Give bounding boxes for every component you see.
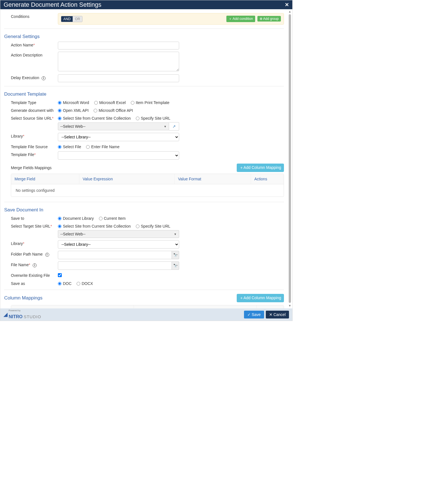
- radio-doc[interactable]: DOC: [58, 281, 72, 286]
- conditions-box: AND OR ＋ Add condition ⊕ Add group: [58, 13, 284, 25]
- dialog-title: Generate Document Action Settings: [4, 1, 101, 8]
- conditions-label: Conditions: [11, 13, 58, 19]
- save-button[interactable]: ✓ Save: [244, 311, 264, 318]
- file-name-input[interactable]: [58, 261, 172, 270]
- info-icon[interactable]: i: [42, 76, 46, 80]
- action-name-input[interactable]: [58, 42, 179, 49]
- th-value-expression: Value Expression: [134, 305, 257, 308]
- action-description-label: Action Description: [11, 52, 58, 57]
- template-file-source-label: Template File Source: [11, 143, 58, 149]
- column-mappings-title: Column Mappings: [4, 295, 42, 301]
- source-site-label: Select Source Site URL*: [11, 115, 58, 121]
- radio-current-collection[interactable]: Select Site from Current Site Collection: [58, 116, 131, 121]
- column-mappings-table: Column Name Value Expression Actions No …: [11, 305, 284, 308]
- target-library-select[interactable]: --Select Library--: [58, 240, 179, 249]
- caret-down-icon: ▼: [164, 125, 167, 128]
- target-select-web-dropdown[interactable]: --Select Web--▼: [58, 230, 179, 238]
- library-select[interactable]: --Select Library--: [58, 133, 179, 141]
- plus-icon: ＋: [240, 296, 243, 300]
- open-site-icon[interactable]: ↗: [169, 122, 179, 131]
- radio-openxml[interactable]: Open XML API: [58, 108, 89, 113]
- delay-execution-input[interactable]: [58, 74, 179, 82]
- radio-enter-file-name[interactable]: Enter File Name: [86, 145, 119, 149]
- delay-execution-label: Delay Execution i: [11, 74, 58, 80]
- radio-item-print[interactable]: Item Print Template: [131, 100, 169, 105]
- info-icon[interactable]: i: [45, 253, 49, 257]
- cancel-button[interactable]: ✕ Cancel: [266, 311, 289, 318]
- radio-select-file[interactable]: Select File: [58, 145, 81, 149]
- overwrite-checkbox[interactable]: [58, 273, 62, 277]
- merge-fields-table: Merge Field Value Expression Value Forma…: [11, 174, 284, 197]
- select-web-dropdown[interactable]: --Select Web--▼: [58, 122, 169, 130]
- add-condition-button[interactable]: ＋ Add condition: [226, 16, 255, 22]
- radio-current-item[interactable]: Current Item: [99, 216, 126, 221]
- document-template-title: Document Template: [4, 91, 284, 97]
- radio-specify-url[interactable]: Specify Site URL: [136, 116, 170, 121]
- save-document-title: Save Document In: [4, 207, 284, 213]
- action-description-input[interactable]: [58, 52, 179, 71]
- close-icon[interactable]: ✕: [285, 2, 289, 8]
- dialog-footer: ◢ Powered by NITRO STUDIO ✓ Save ✕ Cance…: [0, 308, 292, 321]
- th-value-format: Value Format: [175, 174, 251, 184]
- binoculars-icon[interactable]: 🔭: [172, 251, 179, 259]
- logo-icon: ◢: [4, 311, 8, 318]
- radio-excel[interactable]: Microsoft Excel: [94, 100, 126, 105]
- generate-with-label: Generate document with: [11, 107, 58, 113]
- and-toggle[interactable]: AND: [61, 16, 73, 22]
- or-toggle[interactable]: OR: [73, 16, 82, 22]
- library-label: Library*: [11, 133, 58, 138]
- radio-target-current-collection[interactable]: Select Site from Current Site Collection: [58, 224, 131, 228]
- x-icon: ✕: [269, 312, 272, 317]
- radio-doc-library[interactable]: Document Library: [58, 216, 94, 221]
- action-name-label: Action Name*: [11, 42, 58, 47]
- nitro-logo: ◢ Powered by NITRO STUDIO: [4, 310, 41, 319]
- add-column-mapping-button[interactable]: ＋Add Column Mapping: [237, 164, 284, 172]
- target-site-label: Select Target Site URL*: [11, 223, 58, 228]
- folder-path-input[interactable]: [58, 251, 172, 259]
- template-file-label: Template File*: [11, 151, 58, 157]
- template-type-label: Template Type: [11, 99, 58, 105]
- th-actions: Actions: [251, 174, 284, 184]
- folder-path-label: Folder Path Name i: [11, 251, 58, 257]
- th-value-expression: Value Expression: [79, 174, 175, 184]
- binoculars-icon[interactable]: 🔭: [172, 261, 179, 270]
- general-settings-title: General Settings: [4, 34, 284, 39]
- plus-circle-icon: ⊕: [260, 17, 262, 21]
- plus-icon: ＋: [240, 165, 243, 170]
- divider: [4, 86, 284, 86]
- plus-icon: ＋: [229, 17, 232, 21]
- divider: [4, 29, 284, 29]
- divider: [4, 202, 284, 202]
- th-actions: Actions: [257, 305, 284, 308]
- merge-fields-empty: No settings configured: [11, 184, 284, 197]
- merge-fields-label: Merge Fields Mappings: [11, 166, 52, 170]
- save-to-label: Save to: [11, 215, 58, 221]
- th-merge-field: Merge Field: [11, 174, 79, 184]
- scroll-thumb[interactable]: [289, 14, 291, 303]
- file-name-label: File Name* i: [11, 261, 58, 267]
- target-library-label: Library*: [11, 240, 58, 246]
- add-column-mapping-button-2[interactable]: ＋Add Column Mapping: [237, 294, 284, 302]
- radio-target-specify-url[interactable]: Specify Site URL: [136, 224, 170, 228]
- radio-office-api[interactable]: Microsoft Office API: [94, 108, 133, 113]
- template-file-select[interactable]: [58, 151, 179, 160]
- caret-down-icon: ▼: [174, 233, 177, 236]
- scroll-up-icon[interactable]: ▲: [288, 10, 291, 13]
- divider: [4, 290, 284, 290]
- andor-toggle[interactable]: AND OR: [61, 16, 82, 22]
- dialog-header: Generate Document Action Settings ✕: [0, 0, 292, 9]
- overwrite-label: Overwrite Existing File: [11, 272, 58, 278]
- th-column-name: Column Name: [11, 305, 134, 308]
- radio-word[interactable]: Microsoft Word: [58, 100, 89, 105]
- scroll-down-icon[interactable]: ▼: [288, 304, 291, 307]
- add-group-button[interactable]: ⊕ Add group: [257, 16, 281, 22]
- scrollbar[interactable]: ▲ ▼: [288, 10, 292, 307]
- info-icon[interactable]: i: [33, 263, 37, 267]
- save-as-label: Save as: [11, 280, 58, 286]
- dialog-body: Conditions AND OR ＋ Add condition ⊕ Add …: [0, 9, 288, 308]
- check-icon: ✓: [247, 312, 251, 317]
- radio-docx[interactable]: DOCX: [77, 281, 93, 286]
